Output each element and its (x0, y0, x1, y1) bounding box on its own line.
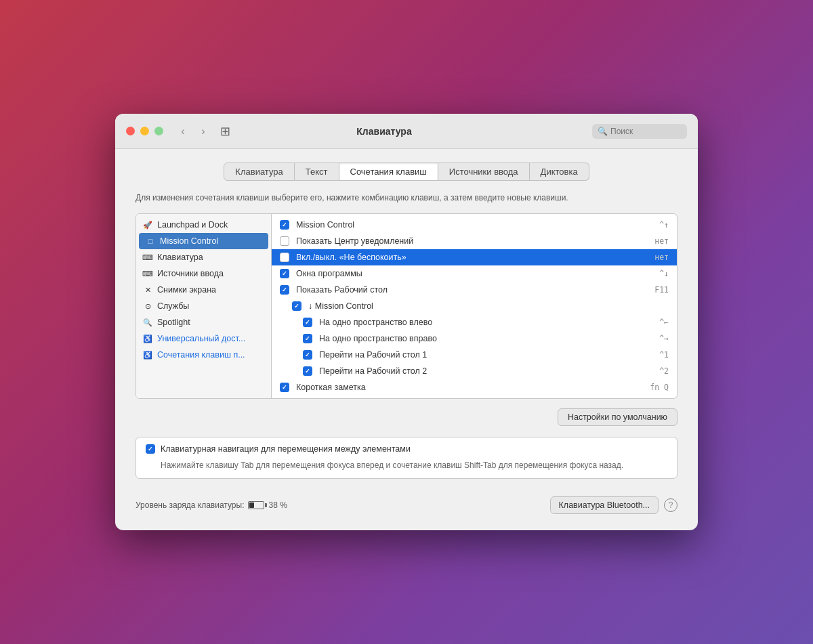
shortcut-key-quick-note: fn Q (650, 383, 669, 392)
battery-percent: 38 % (268, 500, 287, 510)
sidebar-label-screenshots: Снимки экрана (157, 285, 216, 295)
shortcut-label-notification-center: Показать Центр уведомлений (296, 236, 648, 246)
checkbox-mission-control[interactable] (280, 220, 289, 230)
minimize-button[interactable] (140, 127, 149, 135)
content-area: Клавиатура Текст Сочетания клавиш Источн… (115, 149, 698, 530)
battery-fill (249, 502, 254, 508)
sidebar-label-mission-control: Mission Control (160, 236, 218, 246)
shortcut-label-mission-control-sub: ↓ Mission Control (308, 301, 662, 311)
battery-icon (248, 501, 264, 509)
search-icon: 🔍 (598, 127, 608, 136)
sidebar-item-keyboard[interactable]: ⌨ Клавиатура (136, 249, 271, 265)
screenshots-icon: ✕ (143, 285, 152, 295)
spotlight-icon: 🔍 (143, 318, 152, 327)
shortcut-show-desktop[interactable]: Показать Рабочий стол F11 (272, 282, 677, 298)
checkbox-desktop-1[interactable] (303, 350, 312, 360)
sidebar-label-input: Источники ввода (157, 269, 224, 278)
shortcut-do-not-disturb[interactable]: Вкл./выкл. «Не беспокоить» нет (272, 249, 677, 265)
nav-checkbox[interactable] (146, 444, 155, 454)
sidebar-item-mission-control[interactable]: □ Mission Control (139, 233, 268, 249)
keyboard-icon: ⌨ (143, 253, 152, 262)
accessibility-icon: ♿ (143, 334, 152, 343)
shortcut-quick-note[interactable]: Короткая заметка fn Q (272, 379, 677, 395)
checkbox-left-space[interactable] (303, 318, 312, 327)
checkbox-show-desktop[interactable] (280, 285, 289, 295)
sidebar-item-screenshots[interactable]: ✕ Снимки экрана (136, 282, 271, 298)
bottom-section: Клавиатурная навигация для перемещения м… (136, 437, 678, 479)
sidebar-label-services: Службы (157, 301, 189, 311)
sidebar-label-launchpad: Launchpad и Dock (157, 220, 228, 230)
main-window: ‹ › ⊞ Клавиатура 🔍 Клавиатура Текст Соче… (115, 114, 698, 530)
nav-description: Нажимайте клавишу Tab для перемещения фо… (146, 459, 667, 471)
shortcut-key-left-space: ^← (659, 318, 669, 327)
sidebar-item-services[interactable]: ⊙ Службы (136, 298, 271, 314)
shortcut-mission-control[interactable]: Mission Control ^↑ (272, 217, 677, 233)
sidebar: 🚀 Launchpad и Dock □ Mission Control ⌨ К… (136, 214, 272, 398)
shortcut-app-windows[interactable]: Окна программы ^↓ (272, 265, 677, 282)
shortcut-label-desktop-2: Перейти на Рабочий стол 2 (319, 366, 652, 376)
shortcut-left-space[interactable]: На одно пространство влево ^← (272, 314, 677, 330)
shortcut-label-app-windows: Окна программы (296, 269, 652, 278)
sidebar-label-accessibility: Универсальный дост... (157, 334, 245, 343)
shortcut-label-right-space: На одно пространство вправо (319, 334, 652, 343)
shortcut-key-notification-center: нет (654, 236, 669, 246)
checkbox-quick-note[interactable] (280, 383, 289, 392)
sidebar-item-launchpad[interactable]: 🚀 Launchpad и Dock (136, 217, 271, 233)
checkbox-right-space[interactable] (303, 334, 312, 343)
tab-keyboard[interactable]: Клавиатура (224, 163, 294, 181)
shortcut-key-do-not-disturb: нет (654, 253, 669, 262)
search-box[interactable]: 🔍 (592, 124, 687, 139)
sidebar-label-app-shortcuts: Сочетания клавиш п... (157, 350, 245, 360)
shortcuts-list: Mission Control ^↑ Показать Центр уведом… (272, 214, 677, 398)
sidebar-label-spotlight: Spotlight (157, 318, 190, 327)
shortcut-label-do-not-disturb: Вкл./выкл. «Не беспокоить» (296, 253, 648, 262)
footer: Уровень заряда клавиатуры: 38 % Клавиату… (136, 490, 678, 517)
shortcut-right-space[interactable]: На одно пространство вправо ^→ (272, 330, 677, 347)
tab-input[interactable]: Источники ввода (438, 163, 530, 181)
sidebar-item-spotlight[interactable]: 🔍 Spotlight (136, 314, 271, 330)
shortcut-label-mission-control: Mission Control (296, 220, 652, 230)
shortcut-notification-center[interactable]: Показать Центр уведомлений нет (272, 233, 677, 249)
sidebar-item-accessibility[interactable]: ♿ Универсальный дост... (136, 330, 271, 347)
close-button[interactable] (126, 127, 135, 135)
defaults-button[interactable]: Настройки по умолчанию (558, 408, 678, 426)
tab-shortcuts[interactable]: Сочетания клавиш (339, 163, 438, 181)
defaults-btn-row: Настройки по умолчанию (136, 408, 678, 426)
window-title: Клавиатура (176, 126, 592, 137)
input-icon: ⌨ (143, 269, 152, 278)
shortcut-key-mission-control: ^↑ (659, 220, 669, 230)
sidebar-item-input[interactable]: ⌨ Источники ввода (136, 265, 271, 282)
sidebar-item-app-shortcuts[interactable]: ♿ Сочетания клавиш п... (136, 347, 271, 363)
tab-dictation[interactable]: Диктовка (530, 163, 589, 181)
shortcut-desktop-2[interactable]: Перейти на Рабочий стол 2 ^2 (272, 363, 677, 379)
mission-control-icon: □ (146, 236, 155, 246)
shortcut-label-left-space: На одно пространство влево (319, 318, 652, 327)
main-panel: 🚀 Launchpad и Dock □ Mission Control ⌨ К… (136, 213, 678, 399)
battery-row: Уровень заряда клавиатуры: 38 % (136, 500, 287, 510)
checkbox-mission-control-sub[interactable] (292, 301, 301, 311)
shortcut-desktop-1[interactable]: Перейти на Рабочий стол 1 ^1 (272, 347, 677, 363)
shortcut-key-right-space: ^→ (659, 334, 669, 343)
shortcut-label-quick-note: Короткая заметка (296, 383, 643, 392)
launchpad-icon: 🚀 (143, 220, 152, 230)
shortcut-key-desktop-2: ^2 (659, 366, 669, 376)
help-button[interactable]: ? (664, 498, 678, 512)
battery-label: Уровень заряда клавиатуры: (136, 500, 244, 510)
bluetooth-button[interactable]: Клавиатура Bluetooth... (550, 496, 659, 514)
checkbox-do-not-disturb[interactable] (280, 253, 289, 262)
shortcut-key-desktop-1: ^1 (659, 350, 669, 360)
search-input[interactable] (610, 127, 682, 136)
shortcut-mission-control-sub[interactable]: ↓ Mission Control (272, 298, 677, 314)
footer-right: Клавиатура Bluetooth... ? (550, 496, 678, 514)
checkbox-app-windows[interactable] (280, 269, 289, 278)
services-icon: ⊙ (143, 301, 152, 311)
maximize-button[interactable] (154, 127, 163, 135)
shortcut-key-show-desktop: F11 (654, 285, 669, 295)
tab-text[interactable]: Текст (295, 163, 339, 181)
titlebar: ‹ › ⊞ Клавиатура 🔍 (115, 114, 698, 149)
description-text: Для изменения сочетания клавиши выберите… (136, 192, 678, 204)
nav-checkbox-row: Клавиатурная навигация для перемещения м… (146, 444, 667, 454)
checkbox-desktop-2[interactable] (303, 366, 312, 376)
checkbox-notification-center[interactable] (280, 236, 289, 246)
nav-checkbox-label: Клавиатурная навигация для перемещения м… (161, 444, 411, 454)
